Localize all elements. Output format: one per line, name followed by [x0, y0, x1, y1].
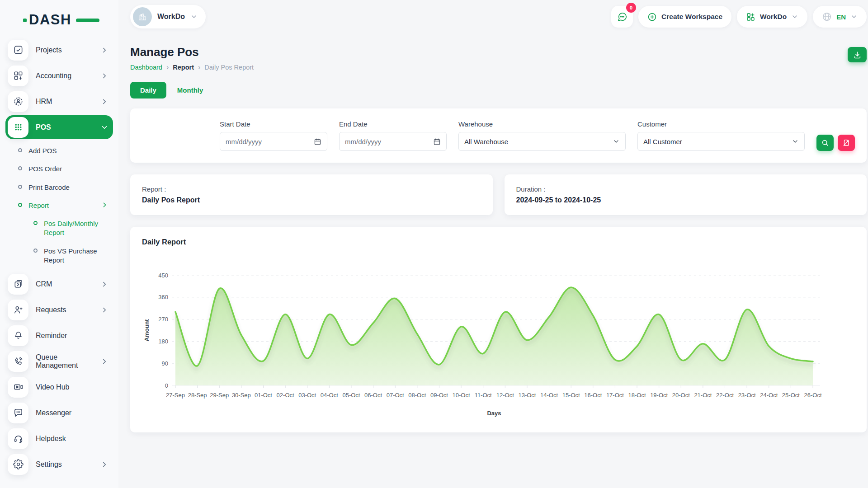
svg-text:15-Oct: 15-Oct [562, 392, 580, 399]
sidebar-subitem-print-barcode[interactable]: Print Barcode [5, 178, 113, 197]
svg-text:05-Oct: 05-Oct [342, 392, 360, 399]
chart-title: Daily Report [142, 238, 855, 246]
customer-label: Customer [637, 120, 805, 128]
svg-text:90: 90 [162, 360, 168, 367]
globe-icon [822, 12, 832, 22]
download-report-button[interactable] [848, 47, 867, 62]
search-icon [821, 139, 829, 147]
sidebar-item-requests[interactable]: Requests [5, 298, 113, 322]
sidebar-item-label: Video Hub [36, 383, 69, 391]
sidebar-item-projects[interactable]: Projects [5, 38, 113, 62]
sidebar-subitem-pos-vs-purchase-report[interactable]: Pos VS Purchase Report [5, 242, 113, 270]
svg-text:24-Oct: 24-Oct [760, 392, 778, 399]
sidebar-subitem-report[interactable]: Report [5, 197, 113, 215]
sidebar-item-label: POS [36, 123, 51, 131]
bullet-icon [18, 185, 22, 189]
daily-report-card: Daily Report 09018027036045027-Sep28-Sep… [130, 227, 867, 432]
sidebar-item-accounting[interactable]: Accounting [5, 64, 113, 88]
chevron-down-icon [791, 13, 798, 20]
tab-daily[interactable]: Daily [130, 82, 166, 99]
message-circle-icon [617, 12, 627, 22]
search-button[interactable] [816, 135, 834, 151]
workdo-menu-button[interactable]: WorkDo [737, 6, 807, 28]
sidebar-item-reminder[interactable]: Reminder [5, 324, 113, 347]
chart-wrap: 09018027036045027-Sep28-Sep29-Sep30-Sep0… [142, 265, 855, 419]
summary-row: Report : Daily Pos Report Duration : 202… [130, 174, 867, 215]
language-selector[interactable]: EN [813, 6, 867, 28]
sidebar-item-video-hub[interactable]: Video Hub [5, 375, 113, 399]
start-date-label: Start Date [220, 120, 327, 128]
customer-field: Customer All Customer [637, 120, 805, 151]
logo-text: DASH [29, 12, 71, 28]
breadcrumb: Dashboard › Report › Daily Pos Report [130, 64, 254, 71]
person-scan-icon [8, 91, 28, 112]
notification-count-badge: 0 [626, 3, 636, 13]
warehouse-label: Warehouse [458, 120, 626, 128]
chevron-right-icon [100, 98, 108, 106]
logo[interactable]: DASH [29, 10, 88, 30]
svg-text:06-Oct: 06-Oct [364, 392, 382, 399]
svg-text:02-Oct: 02-Oct [277, 392, 294, 399]
report-type-tabs: Daily Monthly [130, 82, 867, 99]
sidebar-item-label: Helpdesk [36, 435, 66, 443]
bullet-icon [33, 249, 38, 253]
sidebar-item-label: Requests [36, 306, 66, 314]
svg-text:270: 270 [158, 316, 168, 323]
sidebar-subitem-pos-order[interactable]: POS Order [5, 160, 113, 178]
chevron-down-icon [850, 13, 858, 20]
end-date-input[interactable]: mm/dd/yyyy [339, 132, 447, 151]
notifications-button[interactable]: 0 [611, 6, 633, 28]
svg-text:450: 450 [158, 272, 168, 279]
sidebar-item-label: CRM [36, 280, 52, 288]
svg-text:03-Oct: 03-Oct [298, 392, 316, 399]
sidebar-item-settings[interactable]: Settings [5, 452, 113, 476]
workdo-menu-label: WorkDo [760, 13, 787, 21]
sidebar-item-pos[interactable]: POS [5, 115, 113, 139]
svg-text:27-Sep: 27-Sep [166, 392, 185, 399]
sidebar-item-hrm[interactable]: HRM [5, 89, 113, 113]
sidebar-subitem-add-pos[interactable]: Add POS [5, 142, 113, 160]
bullet-icon [18, 203, 22, 207]
bullet-icon [33, 221, 38, 225]
sidebar-item-messenger[interactable]: Messenger [5, 401, 113, 425]
create-workspace-label: Create Workspace [661, 13, 722, 21]
create-workspace-button[interactable]: Create Workspace [638, 6, 731, 28]
start-date-input[interactable]: mm/dd/yyyy [220, 132, 327, 151]
svg-text:26-Oct: 26-Oct [804, 392, 821, 399]
sidebar-subitem-pos-daily-monthly-report[interactable]: Pos Daily/Monthly Report [5, 215, 113, 242]
workspace-switcher[interactable]: WorkDo [130, 5, 206, 28]
chevron-right-icon [100, 280, 108, 288]
reset-filter-button[interactable] [838, 135, 855, 151]
sidebar-nav: Projects Accounting HRM [0, 38, 118, 476]
check-square-icon [8, 40, 28, 61]
breadcrumb-dashboard-link[interactable]: Dashboard [130, 64, 162, 71]
sidebar-item-helpdesk[interactable]: Helpdesk [5, 427, 113, 450]
download-icon [853, 51, 862, 59]
sidebar-item-label: HRM [36, 98, 52, 106]
calendar-icon [314, 138, 321, 145]
phone-call-icon [8, 351, 28, 372]
chevron-down-icon [613, 138, 620, 145]
customer-select[interactable]: All Customer [637, 132, 805, 151]
svg-text:22-Oct: 22-Oct [716, 392, 734, 399]
svg-text:30-Sep: 30-Sep [232, 392, 251, 399]
duration-label: Duration : [516, 185, 855, 193]
svg-text:04-Oct: 04-Oct [321, 392, 338, 399]
svg-text:01-Oct: 01-Oct [255, 392, 272, 399]
breadcrumb-report-link[interactable]: Report [173, 64, 194, 71]
chevron-right-icon [100, 46, 108, 54]
page-head: Manage Pos Dashboard › Report › Daily Po… [130, 37, 867, 71]
svg-text:17-Oct: 17-Oct [606, 392, 624, 399]
svg-text:21-Oct: 21-Oct [694, 392, 712, 399]
sidebar-item-label: Projects [36, 46, 62, 54]
language-code: EN [836, 13, 846, 21]
chevron-down-icon [190, 13, 198, 20]
logo-dot-icon [23, 19, 27, 22]
warehouse-select[interactable]: All Warehouse [458, 132, 626, 151]
chevron-down-icon [792, 138, 799, 145]
duration-summary-card: Duration : 2024-09-25 to 2024-10-25 [505, 174, 867, 215]
sidebar-item-queue-management[interactable]: Queue Management [5, 349, 113, 373]
sidebar-item-crm[interactable]: CRM [5, 272, 113, 296]
warehouse-field: Warehouse All Warehouse [458, 120, 626, 151]
tab-monthly[interactable]: Monthly [174, 82, 207, 99]
